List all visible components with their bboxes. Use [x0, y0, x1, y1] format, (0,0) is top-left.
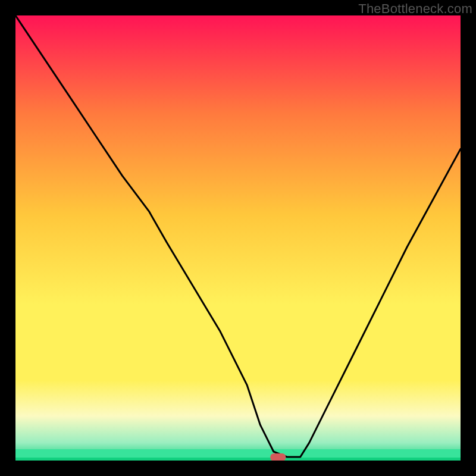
- watermark-text: TheBottleneck.com: [358, 1, 472, 17]
- chart-canvas: TheBottleneck.com: [0, 0, 476, 476]
- minimum-marker: [270, 453, 286, 461]
- plot-area: [15, 15, 461, 461]
- base-band: [15, 449, 461, 458]
- base-line: [15, 458, 461, 461]
- plot-svg: [15, 15, 461, 461]
- gradient-fill: [15, 15, 461, 461]
